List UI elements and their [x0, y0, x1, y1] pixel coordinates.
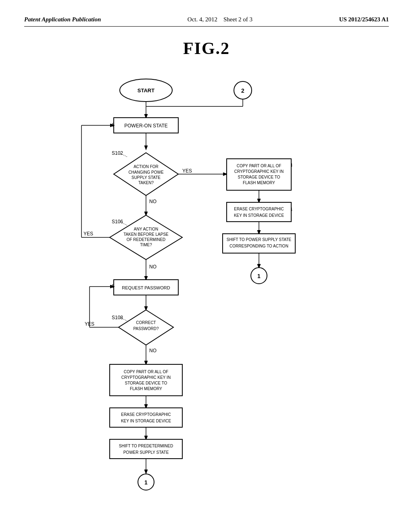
svg-point-2 [234, 81, 252, 99]
svg-rect-76 [110, 364, 182, 396]
svg-text:S102: S102 [112, 150, 123, 156]
svg-text:CORRESPONDING TO ACTION: CORRESPONDING TO ACTION [229, 244, 288, 248]
svg-text:START: START [138, 87, 154, 94]
svg-text:TAKEN BEFORE LAPSE: TAKEN BEFORE LAPSE [123, 232, 169, 237]
svg-rect-90 [110, 439, 182, 459]
svg-text:STORAGE DEVICE TO: STORAGE DEVICE TO [238, 175, 280, 179]
svg-text:S108: S108 [112, 315, 123, 320]
svg-text:OF REDETERMINED: OF REDETERMINED [127, 237, 166, 242]
header: Patent Application Publication Oct. 4, 2… [24, 16, 389, 27]
svg-text:FLASH MEMORY: FLASH MEMORY [130, 387, 162, 391]
svg-text:YES: YES [85, 321, 94, 327]
svg-line-75 [119, 374, 125, 377]
svg-text:CHANGING POWE: CHANGING POWE [128, 170, 164, 175]
svg-rect-25 [227, 159, 291, 190]
svg-text:S109: S109 [110, 371, 121, 377]
svg-text:NO: NO [149, 264, 156, 270]
header-publication: Patent Application Publication [24, 16, 101, 23]
svg-text:CORRECT: CORRECT [136, 320, 156, 325]
svg-text:COPY PART OR ALL OF: COPY PART OR ALL OF [237, 164, 282, 168]
svg-text:ACTION FOR: ACTION FOR [133, 164, 159, 169]
svg-line-13 [121, 154, 127, 157]
svg-line-83 [119, 415, 125, 418]
page: Patent Application Publication Oct. 4, 2… [0, 0, 413, 532]
svg-text:KEY IN STORAGE DEVICE: KEY IN STORAGE DEVICE [121, 419, 171, 423]
svg-point-94 [138, 474, 154, 490]
figure-title: FIG.2 [24, 39, 389, 58]
svg-marker-65 [119, 310, 173, 345]
header-date-sheet: Oct. 4, 2012 Sheet 2 of 3 [188, 16, 252, 23]
svg-rect-84 [110, 408, 182, 427]
svg-text:ANY ACTION: ANY ACTION [134, 227, 158, 231]
svg-text:POWER-ON STATE: POWER-ON STATE [124, 123, 168, 129]
header-patent-number: US 2012/254623 A1 [339, 16, 389, 23]
svg-text:CRYPTOGRAPHIC KEY IN: CRYPTOGRAPHIC KEY IN [234, 169, 284, 174]
svg-text:YES: YES [182, 168, 192, 174]
svg-text:S104: S104 [281, 207, 292, 212]
svg-text:NO: NO [149, 348, 156, 353]
svg-text:S105: S105 [281, 239, 292, 245]
svg-text:KEY IN STORAGE DEVICE: KEY IN STORAGE DEVICE [234, 213, 284, 218]
svg-text:TAKEN?: TAKEN? [138, 181, 154, 185]
svg-text:NO: NO [149, 199, 156, 204]
svg-line-64 [121, 318, 127, 321]
svg-line-32 [277, 212, 280, 215]
svg-text:ERASE CRYPTOGRAPHIC: ERASE CRYPTOGRAPHIC [121, 412, 171, 417]
svg-marker-47 [110, 215, 182, 260]
svg-rect-60 [114, 280, 178, 295]
svg-text:S101: S101 [112, 122, 123, 128]
svg-rect-33 [227, 202, 291, 222]
svg-point-43 [251, 268, 267, 284]
svg-line-46 [121, 222, 127, 225]
svg-point-0 [120, 79, 172, 102]
svg-text:1: 1 [257, 273, 261, 279]
svg-text:S110: S110 [110, 411, 121, 417]
svg-text:PASSWORD?: PASSWORD? [133, 326, 159, 331]
svg-text:YES: YES [83, 231, 93, 237]
svg-text:STORAGE DEVICE TO: STORAGE DEVICE TO [125, 381, 167, 385]
svg-marker-14 [114, 153, 178, 195]
svg-text:SHIFT TO PREDETERMINED: SHIFT TO PREDETERMINED [119, 444, 173, 448]
svg-rect-39 [223, 234, 295, 253]
svg-text:TIME?: TIME? [140, 243, 152, 247]
svg-text:1: 1 [144, 479, 148, 486]
svg-text:S107: S107 [112, 283, 123, 289]
svg-text:FLASH MEMORY: FLASH MEMORY [243, 181, 275, 185]
svg-text:COPY PART OR ALL OF: COPY PART OR ALL OF [124, 370, 169, 374]
flowchart: START 2 S101 POWER-ON STATE S102 [24, 70, 389, 513]
svg-text:S103: S103 [281, 162, 292, 168]
svg-text:SUPPLY STATE: SUPPLY STATE [131, 175, 161, 180]
svg-text:ERASE CRYPTOGRAPHIC: ERASE CRYPTOGRAPHIC [234, 207, 284, 211]
svg-text:SHIFT TO POWER SUPPLY STATE: SHIFT TO POWER SUPPLY STATE [227, 237, 292, 242]
svg-text:S111: S111 [110, 443, 121, 449]
svg-text:S106: S106 [112, 219, 123, 224]
svg-line-38 [277, 245, 280, 247]
svg-text:POWER SUPPLY STATE: POWER SUPPLY STATE [123, 450, 169, 455]
svg-text:2: 2 [241, 87, 244, 94]
svg-text:CRYPTOGRAPHIC KEY IN: CRYPTOGRAPHIC KEY IN [121, 375, 171, 380]
svg-line-24 [277, 168, 280, 174]
svg-line-89 [119, 446, 125, 449]
svg-rect-9 [114, 118, 178, 133]
svg-text:REQUEST PASSWORD: REQUEST PASSWORD [122, 285, 170, 290]
